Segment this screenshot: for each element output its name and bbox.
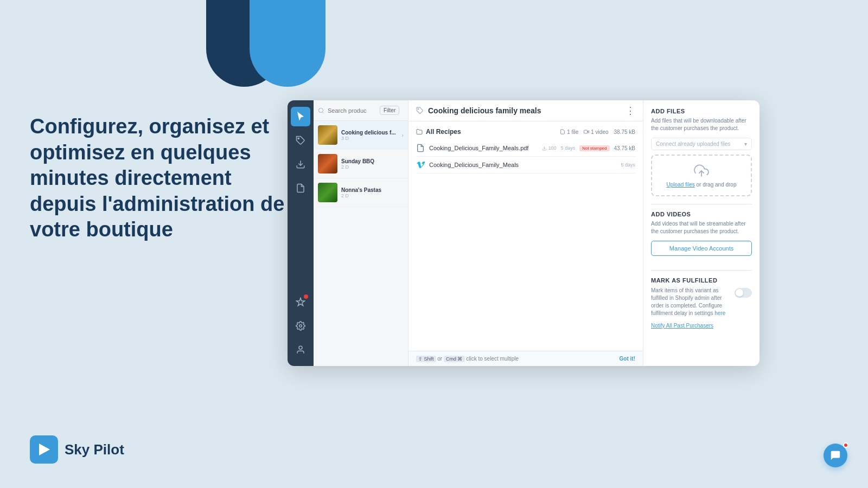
- svg-rect-8: [584, 130, 588, 133]
- product-name-2: Nonna's Pastas: [341, 187, 404, 193]
- manage-video-accounts-button[interactable]: Manage Video Accounts: [651, 241, 752, 256]
- add-files-title: ADD FILES: [651, 108, 752, 114]
- video-count-icon: [584, 129, 589, 134]
- mark-fulfilled-section: MARK AS FULFILLED Mark items of this var…: [651, 277, 752, 329]
- svg-marker-7: [588, 131, 589, 133]
- stamped-badge-0: Not stamped: [579, 145, 609, 151]
- download-count-icon: [542, 146, 547, 151]
- file-count-icon: [560, 129, 565, 134]
- product-thumbnail-0: [318, 125, 337, 145]
- sidebar-item-user[interactable]: [291, 340, 310, 359]
- section-divider-2: [651, 270, 752, 271]
- upload-link[interactable]: Upload files: [667, 182, 695, 188]
- logo-text: Sky Pilot: [65, 441, 124, 458]
- cmd-key-hint: Cmd ⌘: [444, 356, 465, 362]
- or-text: or: [437, 356, 442, 362]
- main-content: Cooking delicious family meals ⋮ All Rec…: [409, 100, 643, 366]
- chat-notification-dot: [843, 442, 848, 448]
- file-downloads-0: 100: [548, 145, 557, 151]
- svg-point-5: [319, 108, 323, 112]
- product-name-0: Cooking delicious f...: [341, 130, 398, 136]
- fulfilled-toggle[interactable]: [735, 288, 752, 298]
- search-bar: Filter: [314, 100, 408, 121]
- more-options-button[interactable]: ⋮: [626, 106, 635, 115]
- chat-icon: [829, 450, 841, 461]
- product-thumbnail-2: [318, 183, 337, 202]
- mark-fulfilled-title: MARK AS FULFILLED: [651, 277, 752, 284]
- svg-point-1: [298, 138, 299, 139]
- sidebar-item-download[interactable]: [291, 155, 310, 174]
- upload-cloud-icon: [694, 163, 709, 178]
- folder-icon: [416, 129, 423, 135]
- filter-button[interactable]: Filter: [380, 106, 399, 115]
- logo-container: Sky Pilot: [30, 435, 124, 464]
- add-files-section: ADD FILES Add files that will be downloa…: [651, 108, 752, 196]
- svg-point-3: [299, 325, 302, 328]
- app-container: Filter Cooking delicious f... 3 D › Sund…: [288, 100, 760, 366]
- file-days-1: 5 days: [621, 162, 635, 168]
- sidebar-item-settings[interactable]: [291, 316, 310, 336]
- add-files-description: Add files that will be downloadable afte…: [651, 117, 752, 132]
- here-link[interactable]: here: [714, 310, 725, 316]
- got-it-button[interactable]: Got it!: [620, 356, 635, 362]
- shift-key-hint: ⇧ Shift: [416, 356, 436, 362]
- hint-text-suffix: click to select multiple: [466, 356, 519, 362]
- product-name-1: Sunday BBQ: [341, 158, 404, 164]
- sidebar-item-tag[interactable]: [291, 131, 310, 150]
- logo-icon: [30, 435, 58, 464]
- circle-blue: [250, 0, 326, 87]
- folder-name: All Recipes: [426, 128, 461, 136]
- svg-point-6: [418, 108, 419, 110]
- expand-icon-0: ›: [401, 132, 404, 138]
- chat-bubble-button[interactable]: [824, 444, 847, 467]
- product-main-title: Cooking delicious family meals: [428, 106, 541, 115]
- right-panel: ADD FILES Add files that will be downloa…: [643, 100, 760, 366]
- sidebar-item-cursor[interactable]: [291, 107, 310, 126]
- total-size: 38.75 kB: [614, 129, 635, 135]
- decorative-circles: [206, 0, 326, 87]
- hero-text: Configurez, organisez et optimisez en qu…: [30, 114, 285, 243]
- product-count-0: 3 D: [341, 136, 398, 141]
- file-name-1: Cooking_Delicious_Family_Meals: [429, 162, 616, 168]
- notify-past-purchasers-link[interactable]: Notify All Past Purchasers: [651, 323, 752, 329]
- product-count-1: 2 D: [341, 164, 404, 170]
- add-videos-title: ADD VIDEOS: [651, 211, 752, 217]
- connect-placeholder: Connect already uploaded files: [656, 141, 730, 147]
- upload-drag-text: or drag and drop: [697, 182, 737, 188]
- file-name-0: Cooking_Delicious_Family_Meals.pdf: [429, 145, 538, 151]
- svg-marker-0: [39, 444, 50, 455]
- tag-icon-header: [416, 107, 424, 114]
- files-section: All Recipes 1 file 1 video 38.75 kB: [409, 121, 643, 351]
- toggle-knob: [736, 289, 743, 297]
- product-item-1[interactable]: Sunday BBQ 2 D: [314, 150, 408, 178]
- notification-dot: [304, 294, 308, 299]
- upload-area[interactable]: Upload files or drag and drop: [651, 155, 752, 196]
- file-count: 1 file: [567, 129, 578, 135]
- svg-point-4: [299, 346, 302, 349]
- bottom-hint: ⇧ Shift or Cmd ⌘ click to select multipl…: [409, 351, 643, 366]
- sidebar-item-sparkles[interactable]: [291, 292, 310, 312]
- sidebar-item-file[interactable]: [291, 178, 310, 198]
- product-item-0[interactable]: Cooking delicious f... 3 D ›: [314, 121, 408, 150]
- file-row-1[interactable]: Cooking_Delicious_Family_Meals 5 days: [416, 157, 635, 174]
- connect-files-input[interactable]: Connect already uploaded files ▾: [651, 138, 752, 150]
- search-input[interactable]: [328, 107, 376, 114]
- sidebar: [288, 100, 314, 366]
- mark-fulfilled-description: Mark items of this variant as fulfilled …: [651, 287, 722, 316]
- products-panel: Filter Cooking delicious f... 3 D › Sund…: [314, 100, 409, 366]
- dropdown-arrow-icon: ▾: [744, 141, 747, 147]
- vimeo-icon: [416, 160, 425, 169]
- product-count-2: 2 D: [341, 193, 404, 198]
- video-count: 1 video: [591, 129, 608, 135]
- add-videos-section: ADD VIDEOS Add videos that will be strea…: [651, 211, 752, 264]
- file-row-0[interactable]: Cooking_Delicious_Family_Meals.pdf 100 5…: [416, 140, 635, 157]
- file-size-0: 43.75 kB: [614, 145, 635, 151]
- file-days-0: 5 days: [561, 145, 576, 151]
- pdf-icon: [416, 144, 425, 152]
- product-thumbnail-1: [318, 154, 337, 174]
- product-item-2[interactable]: Nonna's Pastas 2 D: [314, 178, 408, 207]
- add-videos-description: Add videos that will be streamable after…: [651, 220, 752, 235]
- section-divider-1: [651, 204, 752, 204]
- top-bar: Cooking delicious family meals ⋮: [409, 100, 643, 121]
- search-icon: [318, 107, 324, 114]
